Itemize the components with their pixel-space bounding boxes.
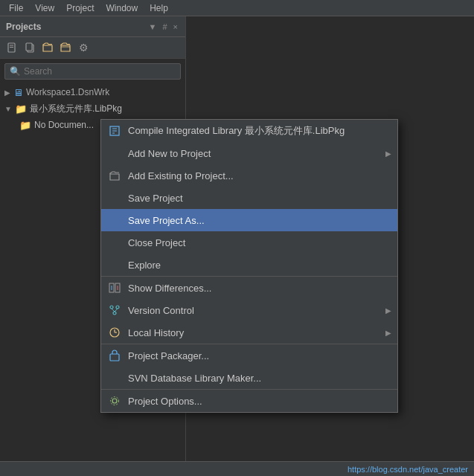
no-document-label: No Documen... (34, 120, 94, 130)
ctx-save-label: Save Project (128, 193, 388, 204)
copy-icon[interactable] (22, 40, 37, 55)
ctx-version-label: Version Control (128, 305, 388, 316)
status-link[interactable]: https://blog.csdn.net/java_creater (348, 465, 468, 474)
panel-title: Projects (6, 22, 41, 32)
svg-rect-22 (110, 354, 119, 361)
project-item[interactable]: ▼ 📁 最小系统元件库.LibPkg (0, 100, 185, 117)
svg-point-24 (111, 397, 119, 405)
ctx-save-project-as[interactable]: Save Project As... (101, 209, 397, 231)
packager-icon (107, 348, 122, 363)
close-project-icon (107, 235, 122, 250)
menu-file[interactable]: File (3, 1, 29, 15)
save-as-icon (107, 213, 122, 228)
ctx-project-options[interactable]: Project Options... (101, 389, 397, 412)
svg-point-15 (116, 306, 119, 309)
save-icon (107, 190, 122, 205)
project-icon: 📁 (15, 103, 27, 115)
ctx-show-differences[interactable]: Show Differences... (101, 276, 397, 299)
svn-icon (107, 370, 122, 385)
ctx-compile-label: Compile Integrated Library 最小系统元件库.LibPk… (128, 124, 388, 138)
search-icon: 🔍 (10, 66, 21, 77)
project-label: 最小系统元件库.LibPkg (30, 103, 122, 115)
status-bar: https://blog.csdn.net/java_creater (0, 461, 474, 476)
folder-icon[interactable] (58, 40, 73, 55)
ctx-add-new-label: Add New to Project (128, 148, 388, 159)
svg-line-18 (115, 309, 118, 312)
panel-pin-icon[interactable]: ▼ (147, 21, 158, 33)
panel-close-icon[interactable]: × (172, 21, 179, 33)
ctx-local-history[interactable]: Local History (101, 321, 397, 344)
menu-window[interactable]: Window (100, 1, 144, 15)
ctx-version-control[interactable]: Version Control (101, 299, 397, 321)
ctx-history-label: Local History (128, 327, 388, 338)
settings-icon[interactable]: ⚙ (76, 40, 91, 55)
workspace-arrow: ▶ (4, 89, 10, 97)
no-doc-icon: 📁 (19, 120, 31, 131)
search-box: 🔍 (4, 63, 181, 80)
search-input[interactable] (24, 66, 176, 77)
svg-line-17 (112, 309, 115, 312)
menu-view[interactable]: View (29, 1, 60, 15)
workspace-item[interactable]: ▶ 🖥 Workspace1.DsnWrk (0, 84, 185, 100)
panel-layout-icon[interactable]: # (161, 21, 168, 33)
panel-toolbar: ⚙ (0, 37, 185, 59)
menu-help[interactable]: Help (144, 1, 174, 15)
ctx-save-as-label: Save Project As... (128, 215, 388, 226)
ctx-differences-label: Show Differences... (128, 283, 388, 294)
ctx-packager-label: Project Packager... (128, 350, 388, 361)
workspace-icon: 🖥 (13, 87, 23, 98)
panel-header: Projects ▼ # × (0, 16, 185, 37)
add-new-icon (107, 146, 122, 161)
ctx-project-packager[interactable]: Project Packager... (101, 344, 397, 367)
ctx-add-new[interactable]: Add New to Project (101, 142, 397, 164)
ctx-svn-library[interactable]: SVN Database Library Maker... (101, 367, 397, 389)
ctx-options-label: Project Options... (128, 396, 388, 407)
history-icon (107, 325, 122, 340)
menubar: File View Project Window Help (0, 0, 474, 16)
svg-rect-4 (26, 43, 32, 51)
menu-project[interactable]: Project (60, 1, 100, 15)
ctx-compile[interactable]: Compile Integrated Library 最小系统元件库.LibPk… (101, 120, 397, 142)
differences-icon (107, 280, 122, 295)
ctx-explore-label: Explore (128, 260, 388, 271)
ctx-save-project[interactable]: Save Project (101, 187, 397, 209)
options-icon (107, 393, 122, 408)
project-arrow: ▼ (4, 105, 12, 113)
ctx-close-label: Close Project (128, 237, 388, 248)
panel-icons: ▼ # × (147, 21, 179, 33)
add-existing-icon (107, 168, 122, 183)
svg-point-16 (113, 312, 116, 315)
new-file-icon[interactable] (4, 40, 19, 55)
ctx-add-existing[interactable]: Add Existing to Project... (101, 164, 397, 187)
compile-icon (107, 123, 122, 138)
svg-point-14 (110, 306, 113, 309)
svg-point-23 (112, 399, 117, 403)
ctx-svn-label: SVN Database Library Maker... (128, 373, 388, 384)
ctx-close-project[interactable]: Close Project (101, 231, 397, 254)
open-folder-icon[interactable] (40, 40, 55, 55)
version-icon (107, 303, 122, 318)
ctx-add-existing-label: Add Existing to Project... (128, 170, 388, 181)
ctx-explore[interactable]: Explore (101, 254, 397, 276)
workspace-label: Workspace1.DsnWrk (26, 87, 109, 97)
context-menu: Compile Integrated Library 最小系统元件库.LibPk… (100, 119, 398, 413)
explore-icon (107, 257, 122, 272)
